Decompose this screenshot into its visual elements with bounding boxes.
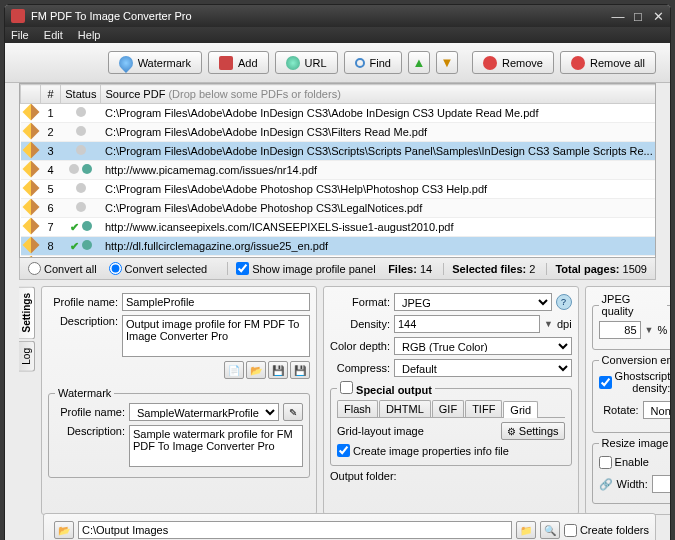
app-icon [11, 9, 25, 23]
add-button[interactable]: Add [208, 51, 269, 74]
create-props-checkbox[interactable]: Create image properties info file [337, 444, 509, 457]
output-explore-button[interactable]: 🔍 [540, 521, 560, 539]
output-folder-row: Output folder: 📂 📁 🔍 Create folders [43, 513, 656, 540]
arrow-up-icon: ▲ [413, 55, 426, 70]
maximize-button[interactable]: □ [632, 10, 644, 22]
profile-open-button[interactable]: 📂 [246, 361, 266, 379]
menu-file[interactable]: File [11, 29, 29, 41]
search-icon [355, 58, 365, 68]
format-help-button[interactable]: ? [556, 294, 572, 310]
tab-log[interactable]: Log [19, 341, 35, 372]
tab-grid[interactable]: Grid [503, 401, 538, 418]
resize-enable-checkbox[interactable]: Enable [599, 456, 669, 469]
table-row[interactable]: 5 C:\Program Files\Adobe\Adobe Photoshop… [21, 180, 657, 199]
jpeg-quality-input[interactable] [599, 321, 641, 339]
density-input[interactable] [394, 315, 540, 333]
watermark-desc-label: Description: [55, 425, 125, 437]
profile-name-label: Profile name: [48, 296, 118, 308]
tab-dhtml[interactable]: DHTML [379, 400, 431, 417]
close-button[interactable]: ✕ [652, 10, 664, 22]
file-counts: Files: 14 Selected files: 2 Total pages:… [388, 263, 647, 275]
table-row[interactable]: 3 C:\Program Files\Adobe\Adobe InDesign … [21, 142, 657, 161]
profile-panel: Profile name: Description:Output image p… [41, 286, 317, 515]
special-output-fieldset: Special output Flash DHTML GIF TIFF Grid… [330, 381, 572, 466]
profile-saveas-button[interactable]: 💾 [290, 361, 310, 379]
convert-all-radio[interactable]: Convert all [28, 262, 97, 275]
globe-icon [286, 56, 300, 70]
grid-settings-button[interactable]: ⚙ Settings [501, 422, 565, 440]
tab-settings[interactable]: Settings [19, 286, 35, 339]
arrow-down-icon: ▼ [441, 55, 454, 70]
table-row[interactable]: 6 C:\Program Files\Adobe\Adobe Photoshop… [21, 199, 657, 218]
show-panel-checkbox[interactable]: Show image profile panel [227, 262, 376, 275]
profile-desc-label: Description: [48, 315, 118, 327]
tab-gif[interactable]: GIF [432, 400, 464, 417]
watermark-name-label: Profile name: [55, 406, 125, 418]
remove-all-button[interactable]: Remove all [560, 51, 656, 74]
window-title: FM PDF To Image Converter Pro [31, 10, 612, 22]
add-icon [219, 56, 233, 70]
special-output-checkbox[interactable] [340, 381, 353, 394]
tab-flash[interactable]: Flash [337, 400, 378, 417]
table-row[interactable]: 4 http://www.picamemag.com/issues/nr14.p… [21, 161, 657, 180]
find-button[interactable]: Find [344, 51, 402, 74]
convert-selected-radio[interactable]: Convert selected [109, 262, 208, 275]
watermark-button[interactable]: Watermark [108, 51, 202, 74]
watermark-name-select[interactable]: SampleWatermarkProfile [129, 403, 279, 421]
profile-name-input[interactable] [122, 293, 310, 311]
watermark-fieldset: Watermark Profile name:SampleWatermarkPr… [48, 387, 310, 478]
main-window: FM PDF To Image Converter Pro — □ ✕ File… [4, 4, 671, 540]
move-up-button[interactable]: ▲ [408, 51, 430, 74]
col-number[interactable]: # [41, 85, 61, 104]
table-row[interactable]: 7✔ http://www.icanseepixels.com/ICANSEEP… [21, 218, 657, 237]
output-browse-button[interactable]: 📂 [54, 521, 74, 539]
output-folder-input[interactable] [78, 521, 512, 539]
rotate-select[interactable]: None [643, 401, 671, 419]
width-input[interactable] [652, 475, 671, 493]
row-icon [22, 161, 39, 178]
right-panel: JPEG quality▼% JPEG max. file sizeKB PDF… [585, 286, 671, 515]
format-panel: Format:JPEG? Density:▼dpi Color depth:RG… [323, 286, 579, 515]
color-depth-select[interactable]: RGB (True Color) [394, 337, 572, 355]
link-icon: 🔗 [599, 478, 613, 491]
col-status[interactable]: Status [61, 85, 101, 104]
menubar: File Edit Help [5, 27, 670, 43]
create-folders-checkbox[interactable]: Create folders [564, 524, 649, 537]
minimize-button[interactable]: — [612, 10, 624, 22]
toolbar: Watermark Add URL Find ▲ ▼ Remove Remove… [5, 43, 670, 83]
url-button[interactable]: URL [275, 51, 338, 74]
gs-density-checkbox[interactable]: Ghostscript density: [599, 370, 669, 394]
watermark-edit-button[interactable]: ✎ [283, 403, 303, 421]
engine-fieldset: Conversion engine Ghostscript density:▼d… [592, 354, 671, 433]
file-table[interactable]: # Status Source PDF (Drop below some PDF… [19, 83, 656, 258]
special-tabs: Flash DHTML GIF TIFF Grid [337, 400, 565, 418]
remove-button[interactable]: Remove [472, 51, 554, 74]
menu-edit[interactable]: Edit [44, 29, 63, 41]
row-icon [22, 218, 39, 235]
profile-new-button[interactable]: 📄 [224, 361, 244, 379]
tab-tiff[interactable]: TIFF [465, 400, 502, 417]
row-icon [22, 104, 39, 121]
watermark-desc-input[interactable]: Sample watermark profile for FM PDF To I… [129, 425, 303, 467]
resize-fieldset: Resize image EnableUnit:PixelProportiona… [592, 437, 671, 504]
profile-desc-input[interactable]: Output image profile for FM PDF To Image… [122, 315, 310, 357]
format-select[interactable]: JPEG [394, 293, 552, 311]
table-row[interactable]: 1 C:\Program Files\Adobe\Adobe InDesign … [21, 104, 657, 123]
row-icon [22, 123, 39, 140]
droplet-icon [116, 53, 136, 73]
row-icon [22, 180, 39, 197]
profile-save-button[interactable]: 💾 [268, 361, 288, 379]
compress-select[interactable]: Default [394, 359, 572, 377]
table-row[interactable]: 8✔ http://dl.fullcirclemagazine.org/issu… [21, 237, 657, 256]
menu-help[interactable]: Help [78, 29, 101, 41]
col-source[interactable]: Source PDF (Drop below some PDFs or fold… [101, 85, 656, 104]
titlebar: FM PDF To Image Converter Pro — □ ✕ [5, 5, 670, 27]
side-tabs: Settings Log [19, 286, 35, 515]
move-down-button[interactable]: ▼ [436, 51, 458, 74]
row-icon [22, 142, 39, 159]
table-row[interactable]: 2 C:\Program Files\Adobe\Adobe InDesign … [21, 123, 657, 142]
output-open-button[interactable]: 📁 [516, 521, 536, 539]
row-icon [22, 237, 39, 254]
table-statusbar: Convert all Convert selected Show image … [19, 258, 656, 280]
row-icon [22, 199, 39, 216]
